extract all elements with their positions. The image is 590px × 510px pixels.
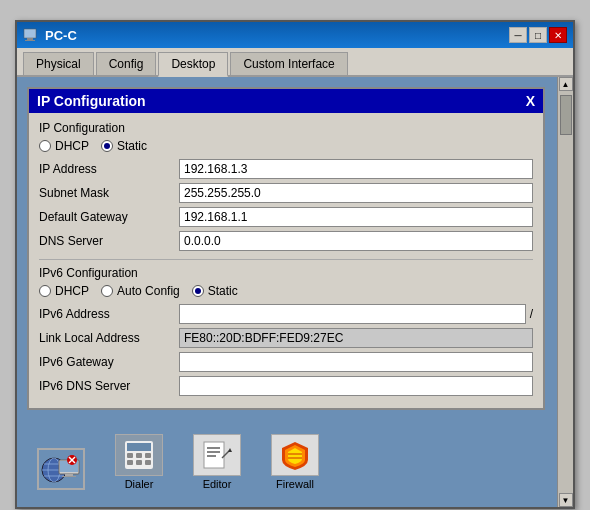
pc-icon-box xyxy=(37,448,85,490)
svg-rect-16 xyxy=(127,443,151,451)
ipv6-dhcp-label: DHCP xyxy=(55,284,89,298)
dialer-icon-item[interactable]: Dialer xyxy=(115,434,163,490)
ip-config-panel: IP Configuration X IP Configuration DHCP… xyxy=(27,87,545,410)
ip-address-row: IP Address xyxy=(39,159,533,179)
tab-physical[interactable]: Physical xyxy=(23,52,94,75)
subnet-mask-input[interactable] xyxy=(179,183,533,203)
svg-rect-23 xyxy=(204,442,224,468)
window-title: PC-C xyxy=(45,28,77,43)
close-button[interactable]: ✕ xyxy=(549,27,567,43)
firewall-icon-item[interactable]: Firewall xyxy=(271,434,319,490)
ipv6-auto-radio[interactable]: Auto Config xyxy=(101,284,180,298)
svg-rect-10 xyxy=(65,474,73,476)
ipv6-dns-input[interactable] xyxy=(179,376,533,396)
ip-radio-row: DHCP Static xyxy=(39,139,533,153)
editor-icon-box xyxy=(193,434,241,476)
editor-label: Editor xyxy=(203,478,232,490)
svg-rect-1 xyxy=(27,38,33,40)
ip-config-section-label: IP Configuration xyxy=(39,121,533,135)
subnet-mask-label: Subnet Mask xyxy=(39,186,179,200)
dialer-svg xyxy=(123,439,155,471)
scroll-thumb[interactable] xyxy=(560,95,572,135)
default-gateway-row: Default Gateway xyxy=(39,207,533,227)
firewall-svg xyxy=(280,440,310,470)
svg-rect-19 xyxy=(145,453,151,458)
ipv6-config-section-label: IPv6 Configuration xyxy=(39,266,533,280)
scroll-up-button[interactable]: ▲ xyxy=(559,77,573,91)
ipv6-dns-row: IPv6 DNS Server xyxy=(39,376,533,396)
svg-rect-20 xyxy=(127,460,133,465)
ipv6-address-row: IPv6 Address / xyxy=(39,304,533,324)
ipv6-gateway-input[interactable] xyxy=(179,352,533,372)
svg-rect-17 xyxy=(127,453,133,458)
dns-server-label: DNS Server xyxy=(39,234,179,248)
svg-marker-28 xyxy=(228,448,232,452)
ipv6-slash: / xyxy=(530,307,533,321)
link-local-row: Link Local Address xyxy=(39,328,533,348)
minimize-button[interactable]: ─ xyxy=(509,27,527,43)
editor-icon-item[interactable]: Editor xyxy=(193,434,241,490)
pc-icon-item xyxy=(37,448,85,490)
ip-dhcp-label: DHCP xyxy=(55,139,89,153)
ipv6-dhcp-radio-circle[interactable] xyxy=(39,285,51,297)
default-gateway-input[interactable] xyxy=(179,207,533,227)
svg-rect-0 xyxy=(24,29,36,38)
maximize-button[interactable]: □ xyxy=(529,27,547,43)
dns-server-row: DNS Server xyxy=(39,231,533,251)
firewall-icon-box xyxy=(271,434,319,476)
ipv6-address-label: IPv6 Address xyxy=(39,307,179,321)
ip-static-radio[interactable]: Static xyxy=(101,139,147,153)
bottom-icons-row: Dialer Editor xyxy=(27,430,563,494)
svg-rect-22 xyxy=(145,460,151,465)
content-area: IP Configuration X IP Configuration DHCP… xyxy=(17,77,573,507)
panel-body: IP Configuration DHCP Static IP Address xyxy=(29,113,543,408)
window-icon xyxy=(23,27,39,43)
section-divider xyxy=(39,259,533,260)
ip-static-label: Static xyxy=(117,139,147,153)
svg-rect-21 xyxy=(136,460,142,465)
link-local-label: Link Local Address xyxy=(39,331,179,345)
ipv6-static-radio[interactable]: Static xyxy=(192,284,238,298)
dns-server-input[interactable] xyxy=(179,231,533,251)
ipv6-auto-radio-circle[interactable] xyxy=(101,285,113,297)
ipv6-gateway-label: IPv6 Gateway xyxy=(39,355,179,369)
panel-header: IP Configuration X xyxy=(29,89,543,113)
tab-custom-interface[interactable]: Custom Interface xyxy=(230,52,347,75)
ip-dhcp-radio[interactable]: DHCP xyxy=(39,139,89,153)
ipv6-gateway-row: IPv6 Gateway xyxy=(39,352,533,372)
panel-close-button[interactable]: X xyxy=(526,93,535,109)
tab-config[interactable]: Config xyxy=(96,52,157,75)
svg-rect-2 xyxy=(25,40,35,41)
ipv6-address-input[interactable] xyxy=(179,304,526,324)
vertical-scrollbar: ▲ ▼ xyxy=(557,77,573,507)
title-bar-left: PC-C xyxy=(23,27,77,43)
firewall-label: Firewall xyxy=(276,478,314,490)
title-buttons: ─ □ ✕ xyxy=(509,27,567,43)
title-bar: PC-C ─ □ ✕ xyxy=(17,22,573,48)
tab-desktop[interactable]: Desktop xyxy=(158,52,228,77)
tab-bar: Physical Config Desktop Custom Interface xyxy=(17,48,573,77)
svg-rect-11 xyxy=(62,476,76,477)
subnet-mask-row: Subnet Mask xyxy=(39,183,533,203)
ipv6-dhcp-radio[interactable]: DHCP xyxy=(39,284,89,298)
dialer-icon-box xyxy=(115,434,163,476)
default-gateway-label: Default Gateway xyxy=(39,210,179,224)
ipv6-static-radio-circle[interactable] xyxy=(192,285,204,297)
ip-static-radio-circle[interactable] xyxy=(101,140,113,152)
svg-rect-18 xyxy=(136,453,142,458)
dialer-label: Dialer xyxy=(125,478,154,490)
panel-title: IP Configuration xyxy=(37,93,146,109)
ip-dhcp-radio-circle[interactable] xyxy=(39,140,51,152)
ipv6-static-label: Static xyxy=(208,284,238,298)
main-window: PC-C ─ □ ✕ Physical Config Desktop Custo… xyxy=(15,20,575,509)
ip-address-input[interactable] xyxy=(179,159,533,179)
ipv6-radio-row: DHCP Auto Config Static xyxy=(39,284,533,298)
ipv6-auto-label: Auto Config xyxy=(117,284,180,298)
editor-svg xyxy=(202,440,232,470)
link-local-input xyxy=(179,328,533,348)
ip-address-label: IP Address xyxy=(39,162,179,176)
scroll-down-button[interactable]: ▼ xyxy=(559,493,573,507)
pc-svg-icon xyxy=(39,450,83,488)
ipv6-dns-label: IPv6 DNS Server xyxy=(39,379,179,393)
